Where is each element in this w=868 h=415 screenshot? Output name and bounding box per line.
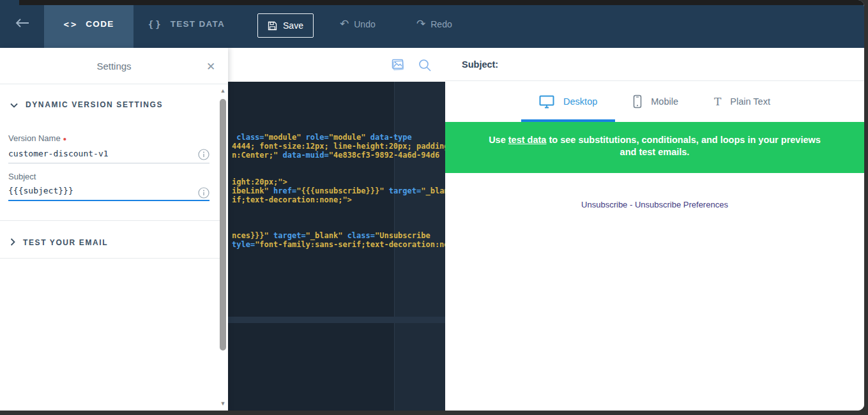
- settings-panel-header: Settings ✕: [0, 48, 228, 84]
- desktop-monitor-icon: [539, 95, 554, 109]
- top-navigation-bar: <> CODE {} TEST DATA Save ↶ Undo ↷ Redo: [0, 0, 864, 48]
- chevron-down-icon: [10, 99, 18, 110]
- scrollbar-thumb[interactable]: [220, 99, 226, 351]
- subject-field: Subject: [8, 172, 209, 201]
- test-data-tab-label: TEST DATA: [171, 19, 225, 29]
- undo-label: Undo: [354, 19, 375, 29]
- unsubscribe-preferences-link[interactable]: Unsubscribe Preferences: [635, 200, 728, 209]
- info-icon[interactable]: [198, 187, 209, 201]
- curly-braces-icon: {}: [148, 19, 163, 29]
- version-name-underline: [8, 163, 209, 163]
- settings-panel: Settings ✕ DYNAMIC VERSION SETTINGS Vers…: [0, 48, 228, 411]
- link-separator: -: [627, 200, 635, 209]
- tab-test-data[interactable]: {} TEST DATA: [133, 0, 240, 48]
- editor-toolbar: [228, 48, 445, 82]
- undo-icon: ↶: [340, 19, 349, 29]
- back-button[interactable]: [0, 0, 44, 48]
- scroll-up-arrow-icon[interactable]: ▲: [218, 87, 227, 94]
- close-settings-button[interactable]: ✕: [202, 58, 219, 75]
- code-brackets-icon: <>: [63, 19, 78, 29]
- code-tab-label: CODE: [86, 19, 114, 29]
- section-test-label: TEST YOUR EMAIL: [23, 238, 108, 247]
- chevron-right-icon: [10, 237, 15, 248]
- banner-message: Use test data to see substitutions, cond…: [489, 134, 821, 173]
- save-button-label: Save: [283, 20, 303, 31]
- subject-underline: [8, 200, 209, 201]
- window-frame-top: [19, 0, 864, 5]
- editor-window: <> CODE {} TEST DATA Save ↶ Undo ↷ Redo …: [0, 0, 864, 411]
- preview-header: Subject:: [445, 48, 864, 81]
- preview-panel: Subject: Desktop Mobile T Plain Text: [445, 48, 864, 411]
- close-icon: ✕: [206, 60, 215, 73]
- tab-code[interactable]: <> CODE: [44, 0, 133, 48]
- test-data-banner: Use test data to see substitutions, cond…: [445, 122, 864, 173]
- redo-button[interactable]: ↷ Redo: [416, 0, 452, 48]
- version-name-field: Version Name•: [8, 133, 209, 163]
- tab-plain-text[interactable]: T Plain Text: [696, 81, 788, 122]
- divider: [0, 220, 220, 221]
- subject-label: Subject: [8, 172, 209, 181]
- info-icon[interactable]: [198, 149, 209, 163]
- floppy-disk-icon: [268, 21, 277, 31]
- mobile-tab-label: Mobile: [651, 96, 678, 107]
- tab-desktop[interactable]: Desktop: [521, 81, 615, 122]
- insert-image-icon[interactable]: [390, 57, 406, 73]
- mobile-phone-icon: [633, 94, 642, 109]
- save-button[interactable]: Save: [257, 13, 314, 38]
- divider: [0, 258, 220, 259]
- search-icon[interactable]: [417, 57, 432, 73]
- preview-mode-tabs: Desktop Mobile T Plain Text: [445, 81, 864, 122]
- settings-panel-title: Settings: [0, 61, 228, 72]
- settings-scrollbar[interactable]: ▲ ▼: [218, 86, 227, 409]
- redo-label: Redo: [430, 19, 452, 29]
- test-data-link[interactable]: test data: [508, 135, 547, 145]
- version-name-input[interactable]: [8, 149, 191, 158]
- email-preview-body: Unsubscribe - Unsubscribe Preferences: [445, 200, 864, 209]
- required-marker: •: [63, 133, 66, 144]
- undo-button[interactable]: ↶ Undo: [340, 0, 376, 48]
- code-editor-panel: class="module" role="module" data-type44…: [228, 48, 445, 411]
- editor-highlight-band: [228, 317, 445, 323]
- plain-text-tab-label: Plain Text: [730, 96, 770, 107]
- back-arrow-icon: [15, 18, 30, 31]
- scroll-down-arrow-icon[interactable]: ▼: [218, 400, 227, 407]
- code-content[interactable]: class="module" role="module" data-type44…: [232, 133, 445, 249]
- subject-input[interactable]: [8, 186, 191, 195]
- section-dynamic-version-settings[interactable]: DYNAMIC VERSION SETTINGS: [10, 99, 163, 110]
- section-test-your-email[interactable]: TEST YOUR EMAIL: [10, 237, 108, 248]
- redo-icon: ↷: [416, 19, 425, 29]
- code-editor-surface[interactable]: class="module" role="module" data-type44…: [228, 82, 445, 411]
- plain-text-icon: T: [714, 95, 721, 108]
- desktop-tab-label: Desktop: [563, 96, 597, 107]
- unsubscribe-link[interactable]: Unsubscribe: [581, 200, 627, 209]
- tab-mobile[interactable]: Mobile: [615, 81, 696, 122]
- section-dynamic-label: DYNAMIC VERSION SETTINGS: [26, 100, 163, 109]
- preview-subject-label: Subject:: [462, 59, 498, 70]
- version-name-label: Version Name•: [8, 133, 209, 144]
